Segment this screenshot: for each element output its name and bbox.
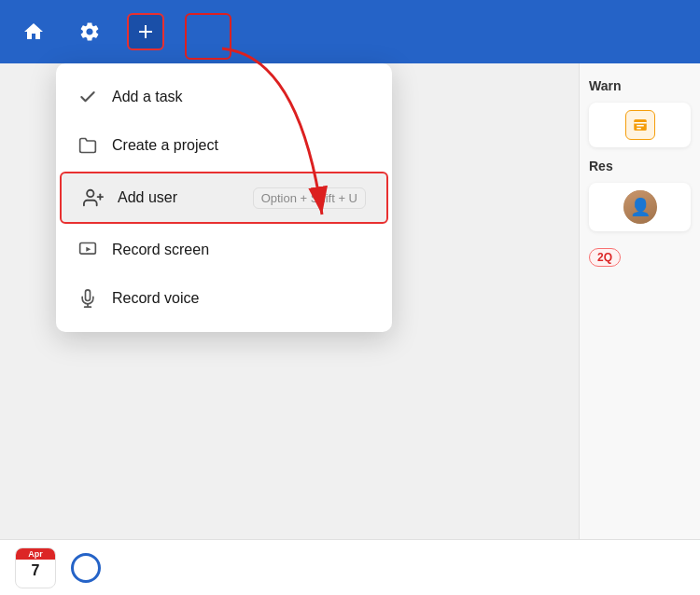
- bottom-bar: Apr 7: [0, 539, 700, 595]
- calendar-day: 7: [32, 560, 40, 582]
- screen-record-icon: [77, 239, 99, 261]
- avatar-card: 👤: [589, 183, 691, 231]
- add-nav-button[interactable]: [127, 13, 164, 50]
- calendar-month: Apr: [16, 548, 55, 560]
- microphone-icon: [77, 287, 99, 310]
- menu-item-add-user[interactable]: Add user Option + Shift + U: [60, 172, 388, 224]
- menu-item-add-task[interactable]: Add a task: [56, 73, 392, 121]
- person-plus-icon: [82, 187, 105, 209]
- 2q-badge: 2Q: [589, 248, 621, 267]
- menu-item-record-screen-label: Record screen: [112, 242, 371, 258]
- warn-card: [589, 103, 691, 147]
- menu-item-add-task-label: Add a task: [112, 89, 371, 105]
- warn-section-title: Warn: [589, 78, 691, 93]
- top-navigation: [0, 0, 700, 63]
- menu-item-record-voice-label: Record voice: [112, 290, 371, 307]
- menu-item-record-screen[interactable]: Record screen: [56, 226, 392, 274]
- svg-rect-9: [637, 125, 644, 127]
- dropdown-menu: Add a task Create a project Add user Opt…: [56, 63, 392, 332]
- menu-item-create-project[interactable]: Create a project: [56, 121, 392, 170]
- home-nav-button[interactable]: [15, 13, 52, 50]
- avatar: 👤: [623, 190, 657, 224]
- calendar-badge[interactable]: Apr 7: [15, 547, 56, 588]
- res-section-title: Res: [589, 159, 691, 173]
- warn-icon: [625, 110, 655, 140]
- menu-item-record-voice[interactable]: Record voice: [56, 274, 392, 323]
- add-user-shortcut: Option + Shift + U: [253, 187, 366, 209]
- settings-nav-button[interactable]: [71, 13, 108, 50]
- folder-icon: [77, 134, 99, 157]
- progress-circle[interactable]: [71, 553, 101, 583]
- svg-point-0: [87, 190, 93, 197]
- svg-rect-10: [637, 128, 641, 130]
- svg-marker-4: [86, 247, 91, 252]
- menu-item-add-user-label: Add user: [118, 189, 240, 206]
- right-panel: Warn Res 👤 2Q: [579, 63, 700, 595]
- checkmark-icon: [77, 86, 99, 108]
- menu-item-create-project-label: Create a project: [112, 137, 371, 154]
